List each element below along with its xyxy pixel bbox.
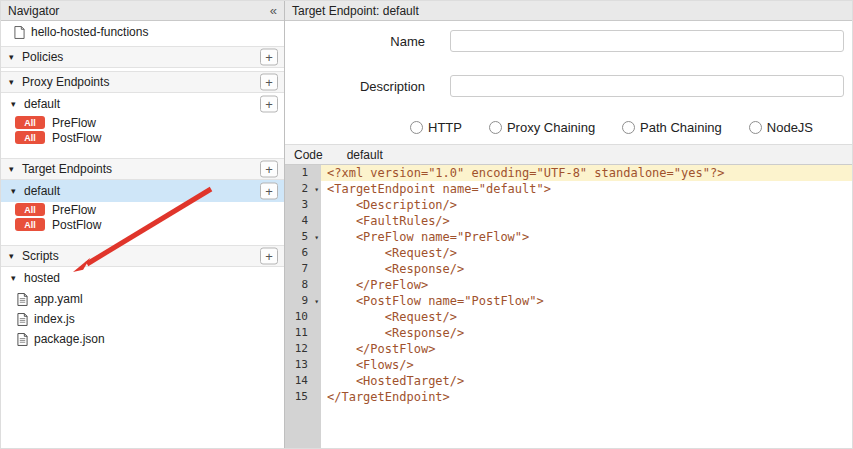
code-text[interactable]: <Request/> [321,245,852,261]
condition-badge: All [15,203,45,216]
code-file-label: default [347,148,383,162]
code-line[interactable]: 11 <Response/> [285,325,852,341]
proxy-editor-window: Navigator « hello-hosted-functions ▾ Pol… [0,0,853,449]
chevron-down-icon[interactable]: ▾ [9,164,22,174]
file-icon [17,333,28,346]
code-text[interactable]: <?xml version="1.0" encoding="UTF-8" sta… [321,165,852,181]
radio-path-chaining[interactable]: Path Chaining [622,120,722,135]
code-line[interactable]: 7 <Response/> [285,261,852,277]
radio-icon[interactable] [489,121,502,134]
code-text[interactable]: <Request/> [321,309,852,325]
code-text[interactable]: <Description/> [321,197,852,213]
chevron-down-icon[interactable]: ▾ [11,186,24,196]
tree-item-proxy-preflow[interactable]: All PreFlow [1,115,284,130]
fold-icon[interactable]: ▾ [314,182,319,198]
code-line[interactable]: 12 </PostFlow> [285,341,852,357]
condition-badge: All [15,131,45,144]
code-text[interactable]: <Response/> [321,261,852,277]
tree-item-file-package-json[interactable]: package.json [1,329,284,349]
fold-icon[interactable]: ▾ [314,294,319,310]
name-input[interactable] [450,30,844,52]
line-number: 5 [301,230,308,243]
radio-icon[interactable] [622,121,635,134]
condition-badge: All [15,218,45,231]
radio-proxy-chaining[interactable]: Proxy Chaining [489,120,595,135]
tree-item-proxy-default[interactable]: ▾ default + [1,93,284,115]
tree-item-root-proxy[interactable]: hello-hosted-functions [1,21,284,43]
tree-item-target-default[interactable]: ▾ default + [1,180,284,202]
code-editor[interactable]: 1 <?xml version="1.0" encoding="UTF-8" s… [285,165,852,448]
add-proxy-endpoint-button[interactable]: + [260,74,278,91]
radio-nodejs[interactable]: NodeJS [749,120,813,135]
line-number: 6 [301,246,308,259]
tree-item-target-preflow[interactable]: All PreFlow [1,202,284,217]
radio-icon[interactable] [749,121,762,134]
radio-label: HTTP [428,120,462,135]
line-number: 13 [295,358,308,371]
code-line[interactable]: 1 <?xml version="1.0" encoding="UTF-8" s… [285,165,852,181]
section-header-policies[interactable]: ▾ Policies + [1,46,284,68]
section-header-scripts[interactable]: ▾ Scripts + [1,245,284,267]
code-line[interactable]: 4 <FaultRules/> [285,213,852,229]
line-number: 8 [301,278,308,291]
code-line[interactable]: 10 <Request/> [285,309,852,325]
endpoint-form: Name Description HTTP Proxy Chaining P [285,21,852,144]
add-policy-button[interactable]: + [260,49,278,66]
chevron-down-icon[interactable]: ▾ [9,52,22,62]
radio-icon[interactable] [410,121,423,134]
code-line[interactable]: 8 </PreFlow> [285,277,852,293]
code-editor-header: Code default [285,144,852,165]
radio-label: Path Chaining [640,120,722,135]
add-script-button[interactable]: + [260,248,278,265]
code-line[interactable]: 3 <Description/> [285,197,852,213]
chevron-down-icon[interactable]: ▾ [9,77,22,87]
line-number: 10 [295,310,308,323]
section-header-proxy-endpoints[interactable]: ▾ Proxy Endpoints + [1,71,284,93]
target-default-label: default [24,184,60,198]
document-icon [14,26,25,39]
code-line[interactable]: 15 </TargetEndpoint> [285,389,852,405]
tree-item-file-app-yaml[interactable]: app.yaml [1,289,284,309]
code-line[interactable]: 9▾ <PostFlow name="PostFlow"> [285,293,852,309]
code-line[interactable]: 6 <Request/> [285,245,852,261]
detail-panel: Target Endpoint: default Name Descriptio… [285,1,852,448]
file-label: app.yaml [34,292,83,306]
add-proxy-flow-button[interactable]: + [260,96,278,113]
code-text[interactable]: </PreFlow> [321,277,852,293]
chevron-down-icon[interactable]: ▾ [11,99,24,109]
chevron-down-icon[interactable]: ▾ [11,273,24,283]
code-text[interactable]: <TargetEndpoint name="default"> [321,181,852,197]
code-text[interactable]: <HostedTarget/> [321,373,852,389]
description-label: Description [285,79,425,94]
code-line[interactable]: 13 <Flows/> [285,357,852,373]
radio-label: NodeJS [767,120,813,135]
code-line[interactable]: 2▾ <TargetEndpoint name="default"> [285,181,852,197]
line-number: 14 [295,374,308,387]
description-input[interactable] [450,75,844,97]
code-text[interactable]: </PostFlow> [321,341,852,357]
collapse-panel-icon[interactable]: « [270,3,277,18]
fold-icon[interactable]: ▾ [314,230,319,246]
description-form-row: Description [285,75,852,97]
code-text[interactable]: <FaultRules/> [321,213,852,229]
radio-http[interactable]: HTTP [410,120,462,135]
section-header-target-endpoints[interactable]: ▾ Target Endpoints + [1,158,284,180]
file-icon [17,293,28,306]
tree-item-proxy-postflow[interactable]: All PostFlow [1,130,284,145]
code-line[interactable]: 14 <HostedTarget/> [285,373,852,389]
tree-item-file-index-js[interactable]: index.js [1,309,284,329]
add-target-endpoint-button[interactable]: + [260,161,278,178]
code-text[interactable]: <Flows/> [321,357,852,373]
code-text[interactable]: <PostFlow name="PostFlow"> [321,293,852,309]
condition-badge: All [15,116,45,129]
line-number: 15 [295,390,308,403]
tree-item-target-postflow[interactable]: All PostFlow [1,217,284,232]
tree-item-hosted-folder[interactable]: ▾ hosted [1,267,284,289]
code-text[interactable]: <PreFlow name="PreFlow"> [321,229,852,245]
code-line[interactable]: 5▾ <PreFlow name="PreFlow"> [285,229,852,245]
navigator-panel: Navigator « hello-hosted-functions ▾ Pol… [1,1,285,448]
code-text[interactable]: </TargetEndpoint> [321,389,852,405]
code-text[interactable]: <Response/> [321,325,852,341]
add-target-flow-button[interactable]: + [260,183,278,200]
chevron-down-icon[interactable]: ▾ [9,251,22,261]
